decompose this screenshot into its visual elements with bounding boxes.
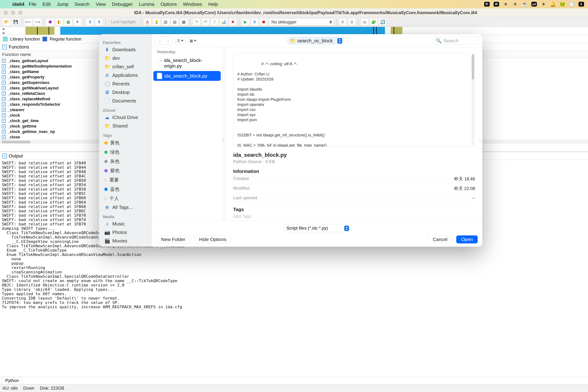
sidebar-item[interactable]: 📁crifan_self xyxy=(100,62,150,71)
info-row: Last opened-- xyxy=(233,194,475,202)
status-icon[interactable]: S xyxy=(540,2,547,7)
menu-options[interactable]: Options xyxy=(161,2,177,7)
sidebar-item[interactable]: 🕘Recents xyxy=(100,80,150,88)
tool-button[interactable]: ⎘ xyxy=(339,18,347,26)
cancel-button[interactable]: Cancel xyxy=(428,236,452,244)
sidebar-item[interactable]: 重要 xyxy=(100,175,150,184)
sidebar-item[interactable]: ☁iCloud Drive xyxy=(100,113,150,122)
sidebar-item[interactable]: 🎬Movies xyxy=(100,237,150,245)
menu-help[interactable]: Help xyxy=(208,2,218,7)
pause-button[interactable]: ⏸ xyxy=(251,18,259,26)
add-tags-field[interactable]: Add Tags xyxy=(233,212,475,219)
sidebar-item[interactable]: 📁dev xyxy=(100,54,150,62)
sidebar-item[interactable]: 🖥Desktop xyxy=(100,88,150,97)
forward-button[interactable]: › xyxy=(164,37,172,45)
menu-file[interactable]: File xyxy=(29,2,36,7)
preview-tags-label: Tags xyxy=(233,207,475,212)
file-type-filter[interactable]: Script files (*.idc *.py) xyxy=(284,224,351,232)
column-resize-handle[interactable] xyxy=(479,133,481,148)
menu-windows[interactable]: Windows xyxy=(183,2,202,7)
tool-button[interactable]: ▤ xyxy=(171,18,179,26)
sidebar-item[interactable]: 📷Photos xyxy=(100,228,150,237)
frog-icon[interactable]: 🐸 xyxy=(559,2,566,7)
info-value: 昨天 18:46 xyxy=(454,176,475,182)
close-button[interactable]: ✖ xyxy=(229,18,237,26)
sidebar-item[interactable]: 绿色 xyxy=(100,148,150,157)
text-tool-button[interactable]: A̲ xyxy=(144,18,152,26)
wechat-icon[interactable]: ✳ xyxy=(512,2,519,7)
status-icon[interactable]: W xyxy=(493,2,500,7)
bulb-button[interactable]: 💡 xyxy=(153,18,161,26)
status-icon[interactable]: 中 xyxy=(484,2,490,7)
open-button[interactable]: Open xyxy=(456,236,478,244)
sidebar-item[interactable]: ⊕All Tags… xyxy=(100,203,150,212)
menu-edit[interactable]: Edit xyxy=(42,2,51,7)
sidebar-item[interactable]: AApplications xyxy=(100,71,150,80)
menu-jump[interactable]: Jump xyxy=(57,2,68,7)
arrow-right-button[interactable]: ⟶ xyxy=(33,18,41,26)
tool-button[interactable]: 🧩 xyxy=(370,18,378,26)
open-file-button[interactable]: 📂 xyxy=(2,18,10,26)
cup-icon[interactable]: ☕ xyxy=(521,2,528,7)
functions-title: Functions xyxy=(9,44,29,50)
sidebar-item[interactable]: 蓝色 xyxy=(100,184,150,194)
dialog-sidebar[interactable]: Favorites⬇Downloads📁dev📁crifan_selfAAppl… xyxy=(99,34,152,247)
tool-button[interactable]: 🔄 xyxy=(379,18,387,26)
menu-lumina[interactable]: Lumina xyxy=(139,2,154,7)
menu-search[interactable]: Search xyxy=(75,2,89,7)
step-button[interactable]: ↶ xyxy=(202,18,210,26)
stop-button[interactable]: ⏹ xyxy=(260,18,268,26)
column-resize-handle[interactable] xyxy=(222,133,225,148)
tool-button[interactable]: ▦ xyxy=(64,18,72,26)
tool-button[interactable]: ▥ xyxy=(162,18,170,26)
step-button[interactable]: ⤴ xyxy=(211,18,219,26)
step-button[interactable]: ↷ xyxy=(193,18,201,26)
preview-kind-size: Python Source · 9 KB xyxy=(233,159,475,164)
nav-arrows[interactable]: ▶▶ xyxy=(0,27,8,35)
notifications-icon[interactable]: 🔔 xyxy=(550,2,557,7)
code-preview[interactable]: # -*- coding: utf-8 -*- # Author: Crifan… xyxy=(233,53,475,147)
menu-view[interactable]: View xyxy=(96,2,106,7)
sidebar-item[interactable]: 灰色 xyxy=(100,157,150,166)
tab-python[interactable]: Python xyxy=(2,377,22,384)
back-button[interactable]: ‹ xyxy=(156,37,164,45)
chart-button[interactable]: 📊 xyxy=(220,18,228,26)
file-list-column[interactable]: Yesterday ida_search_block-origin.pyida_… xyxy=(152,48,223,221)
clock-icon[interactable]: 🕓 xyxy=(569,2,575,7)
save-button[interactable]: 💾 xyxy=(11,18,19,26)
tool-button[interactable]: ⬢ xyxy=(46,18,54,26)
tool-button[interactable]: 🗂 xyxy=(361,18,369,26)
tool-button[interactable]: ⬆ xyxy=(95,18,103,26)
tool-button[interactable]: ⬇ xyxy=(86,18,94,26)
file-row[interactable]: ida_search_block-origin.py xyxy=(153,56,221,71)
tool-button[interactable]: ⎙ xyxy=(348,18,356,26)
tool-button[interactable]: ◧ xyxy=(55,18,63,26)
sidebar-item[interactable]: 个人 xyxy=(100,194,150,203)
run-button[interactable]: ▶ xyxy=(242,18,250,26)
view-columns-button[interactable]: ☰ xyxy=(175,37,185,45)
window-controls[interactable] xyxy=(4,10,22,15)
tool-button[interactable]: ▦ xyxy=(180,18,188,26)
sidebar-item[interactable]: 黄色 xyxy=(100,138,150,148)
navigation-band[interactable]: ▶▶ xyxy=(0,27,588,35)
view-group-button[interactable]: ▦ xyxy=(188,37,198,45)
debugger-select[interactable]: No debugger xyxy=(269,18,334,26)
dialog-search[interactable]: 🔍 Search xyxy=(433,37,478,45)
status-icon[interactable]: S xyxy=(578,2,585,7)
hide-options-button[interactable]: Hide Options xyxy=(194,236,231,244)
sidebar-item-icon: 📷 xyxy=(104,230,110,235)
sidebar-item[interactable]: 📁Shared xyxy=(100,122,150,130)
sidebar-item[interactable]: 📄Documents xyxy=(100,97,150,105)
location-popup[interactable]: 📁 search_oc_block xyxy=(288,37,344,45)
sidebar-item[interactable]: 紫色 xyxy=(100,166,150,175)
app-name[interactable]: ida64 xyxy=(12,2,24,7)
sidebar-item[interactable]: ⬇Downloads xyxy=(100,46,150,54)
arrow-left-button[interactable]: ⟵ xyxy=(24,18,32,26)
tool-button[interactable]: ✦ xyxy=(73,18,81,26)
status-icon[interactable]: yd xyxy=(531,2,538,7)
new-folder-button[interactable]: New Folder xyxy=(156,236,190,244)
telegram-icon[interactable]: ✈ xyxy=(502,2,509,7)
sidebar-item[interactable]: ♫Music xyxy=(100,220,150,228)
file-row[interactable]: ida_search_block.py xyxy=(153,71,221,81)
menu-debugger[interactable]: Debugger xyxy=(112,2,133,7)
